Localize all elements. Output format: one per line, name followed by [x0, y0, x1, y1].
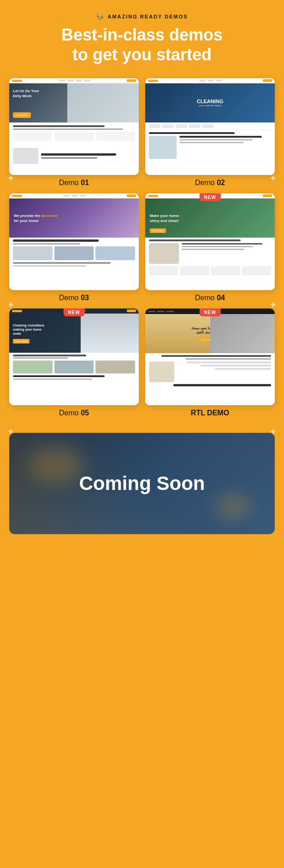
text-line	[13, 355, 86, 356]
text-line	[179, 142, 243, 143]
mockup-02-nav	[145, 78, 275, 83]
nav-links	[25, 195, 124, 197]
text-line	[13, 125, 105, 127]
text-line	[161, 355, 272, 357]
demo-item-04: NEW Make your homeshiny and clean! Book	[145, 193, 275, 302]
nav-link	[216, 80, 222, 82]
logo-block	[176, 124, 187, 128]
mockup-rtl-hero: دعنا نقوم بمسكالحمل الثقيل احجز الآن	[145, 314, 275, 353]
demo-item-rtl: NEW دعنا نقوم بمسكالحمل الثقيل احجز الآن	[145, 309, 275, 417]
hero-btn: Get Quote	[13, 112, 31, 118]
title-line1: Best-in-class demos	[61, 25, 223, 44]
content-row	[13, 132, 135, 141]
img-block	[95, 246, 135, 260]
logo-mini	[148, 80, 158, 82]
mockup-02: CLEANING your worries away	[145, 78, 275, 175]
page-title: Best-in-class demos to get you started	[9, 25, 275, 64]
hero-title: CLEANING	[197, 99, 223, 104]
nav-btn	[263, 194, 272, 197]
col-img	[149, 136, 177, 159]
hero-btn: Book Now	[150, 228, 166, 233]
title-line2: to get you started	[72, 45, 212, 64]
demo-card-01[interactable]: Let Us Do YourDirty Work Get Quote	[9, 78, 139, 175]
hero-text: Let Us Do YourDirty Work	[13, 89, 39, 99]
new-badge-05: NEW	[63, 309, 84, 316]
nav-link	[207, 80, 214, 82]
hero-people	[210, 314, 275, 353]
demo-label-text: Demo	[59, 294, 79, 302]
demo-number: 04	[217, 294, 225, 302]
hero-text: Make your homeshiny and clean!	[145, 213, 183, 223]
content-section	[145, 353, 275, 388]
amazing-label: 🐝 AMAZING READY DEMOS	[9, 13, 275, 20]
demo-item-03: We provide the best carefor your home	[9, 193, 139, 302]
mockup-05: Cleaning comediansmaking your homesmile …	[9, 309, 139, 405]
rtl-line	[186, 361, 271, 363]
nav-links	[25, 80, 124, 82]
col-right	[182, 243, 271, 264]
rtl-line	[215, 368, 271, 370]
demo-02-label: Demo 02	[195, 179, 225, 187]
mockup-01: Let Us Do YourDirty Work Get Quote	[9, 78, 139, 175]
new-badge-04: NEW	[199, 193, 220, 201]
logo-block	[202, 124, 214, 128]
award-line	[41, 153, 116, 156]
text-line	[182, 249, 244, 250]
coming-soon-text: Coming Soon	[79, 473, 205, 494]
logo-mini	[12, 310, 22, 312]
demos-grid: Let Us Do YourDirty Work Get Quote	[0, 74, 284, 426]
col-text	[179, 136, 271, 159]
img-block	[54, 361, 94, 373]
img-block	[54, 246, 94, 260]
demo-rtl-name: RTL DEMO	[191, 409, 229, 417]
demo-number: 01	[81, 179, 89, 186]
demo-label-text: Demo	[195, 294, 215, 302]
demo-card-rtl[interactable]: NEW دعنا نقوم بمسكالحمل الثقيل احجز الآن	[145, 309, 275, 405]
nav-btn	[127, 309, 136, 312]
demo-number: 05	[81, 409, 89, 417]
award-sub	[13, 379, 92, 380]
demo-card-05[interactable]: NEW Cleaning comediansmaking your homesm…	[9, 309, 139, 405]
coming-soon-heading: Coming Soon	[79, 473, 205, 494]
award-line	[173, 384, 271, 386]
col-text	[177, 361, 271, 382]
sub-line	[13, 357, 68, 359]
content-section	[9, 238, 139, 268]
demo-card-03[interactable]: We provide the best carefor your home	[9, 193, 139, 290]
award-line	[13, 239, 99, 242]
nav-dot	[148, 311, 155, 312]
col-img	[149, 243, 179, 264]
nav-dot	[166, 311, 174, 312]
blur-shape-2	[215, 493, 252, 520]
page-header: 🐝 AMAZING READY DEMOS Best-in-class demo…	[0, 0, 284, 74]
demo-card-04[interactable]: NEW Make your homeshiny and clean! Book	[145, 193, 275, 290]
text-line	[179, 136, 262, 138]
hero-overlay: دعنا نقوم بمسكالحمل الثقيل احجز الآن	[145, 314, 217, 353]
service-block	[149, 266, 178, 275]
hero-text: CLEANING your worries away	[197, 99, 223, 107]
text-line	[186, 358, 272, 360]
demo-05-label: Demo 05	[59, 409, 89, 417]
mockup-04: Make your homeshiny and clean! Book Now	[145, 193, 275, 290]
content-two-col	[149, 361, 271, 382]
demo-card-02[interactable]: CLEANING your worries away	[145, 78, 275, 175]
nav-link	[59, 80, 65, 82]
quality-line	[13, 262, 111, 264]
mockup-01-hero: Let Us Do YourDirty Work Get Quote	[9, 83, 139, 122]
text-line	[179, 139, 253, 140]
hero-right	[81, 314, 139, 353]
content-section	[9, 353, 139, 382]
award-line	[13, 375, 105, 377]
demo-item-05: NEW Cleaning comediansmaking your homesm…	[9, 309, 139, 417]
services-row	[149, 266, 271, 277]
nav-link	[76, 80, 82, 82]
coming-soon-card[interactable]: Coming Soon	[9, 433, 275, 534]
blur-shape-1	[28, 447, 83, 484]
content-block	[96, 132, 135, 141]
logos-row	[145, 122, 275, 130]
rtl-line	[201, 365, 271, 367]
coming-soon-section: Coming Soon	[0, 426, 284, 548]
img-block	[13, 246, 53, 260]
text-line	[182, 246, 253, 247]
text-line	[149, 239, 241, 241]
